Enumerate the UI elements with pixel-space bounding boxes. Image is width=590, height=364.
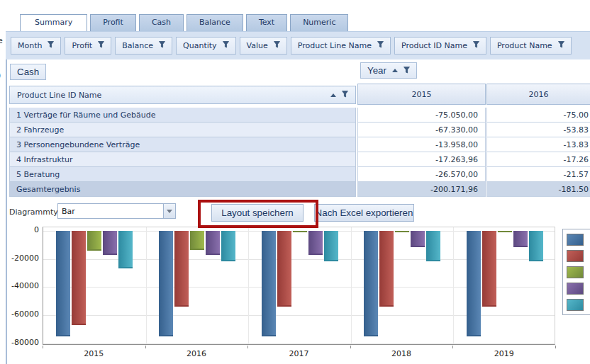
filter-funnel-icon[interactable] (274, 41, 280, 50)
tab-summary[interactable]: Summary (20, 14, 87, 31)
data-cell: -13.958,00 (357, 137, 486, 152)
filter-funnel-icon[interactable] (377, 41, 384, 50)
total-data-cell: -200.171,96 (357, 182, 486, 197)
tab-cash[interactable]: Cash (139, 14, 184, 31)
sort-ascending-icon (330, 93, 336, 97)
filter-field-balance[interactable]: Balance (115, 37, 172, 55)
data-cell: -67.330,00 (357, 123, 486, 137)
filter-field-product-id-name[interactable]: Product ID Name (394, 37, 486, 55)
column-header-2015[interactable]: 2015 (357, 84, 486, 105)
gridline-category-separator (248, 227, 249, 344)
filter-funnel-icon[interactable] (48, 41, 54, 50)
row-header-cell[interactable]: 1 Verträge für Räume und Gebäude (9, 108, 356, 123)
legend-swatch-icon (567, 266, 584, 278)
x-axis-tick-label: 2015 (84, 349, 104, 358)
y-axis-tick-label: -60000 (0, 309, 39, 319)
funnel-icon (48, 41, 54, 48)
y-axis-tick-label: -40000 (0, 281, 39, 291)
row-header-cell[interactable]: 2 Fahrzeuge (9, 123, 356, 137)
filter-funnel-icon[interactable] (558, 41, 564, 50)
filter-funnel-icon[interactable] (403, 65, 410, 76)
x-axis-tick-mark (145, 346, 146, 348)
chart-type-value: Bar (58, 207, 163, 216)
data-field-label: Cash (17, 67, 39, 77)
bar-2018-series-2 (379, 231, 394, 307)
cropped-text-fragment: ) (0, 71, 1, 80)
dropdown-button[interactable] (163, 204, 175, 218)
x-axis-tick-mark (43, 346, 43, 348)
bar-2016-series-2 (174, 231, 189, 307)
filter-funnel-icon[interactable] (98, 41, 104, 50)
y-axis-tick-label: 0 (0, 225, 39, 235)
filter-field-month[interactable]: Month (11, 37, 61, 55)
legend-item-2: 2 F (567, 250, 590, 262)
filter-field-value[interactable]: Value (240, 37, 287, 55)
data-cell: -75.00 (486, 108, 590, 123)
funnel-icon (377, 41, 384, 48)
bar-2015-series-3 (87, 231, 101, 251)
filter-field-product-line-name[interactable]: Product Line Name (291, 37, 391, 55)
legend-item-5: 5 B (567, 299, 590, 311)
gridline-category-separator (453, 227, 454, 344)
cropped-text-fragment: e (0, 36, 3, 45)
filter-funnel-icon[interactable] (223, 41, 229, 50)
tab-numeric[interactable]: Numeric (290, 14, 348, 31)
row-header-cell[interactable]: 3 Personengebundene Verträge (9, 137, 356, 152)
tab-balance[interactable]: Balance (187, 14, 243, 31)
filter-field-label: Product Name (497, 41, 552, 50)
filter-field-label: Balance (122, 41, 153, 50)
filter-field-product-name[interactable]: Product Name (490, 37, 572, 55)
data-cell: -21.57 (486, 167, 590, 182)
filter-funnel-icon[interactable] (473, 41, 479, 50)
filter-field-label: Value (247, 41, 268, 50)
save-layout-button[interactable]: Layout speichern (211, 204, 304, 222)
chart-type-select[interactable]: Bar (57, 203, 176, 219)
data-cell: -53.83 (486, 123, 590, 137)
bar-2017-series-3 (293, 231, 307, 232)
filter-funnel-icon[interactable] (342, 91, 348, 100)
legend-swatch-icon (567, 250, 584, 262)
column-field-year-button[interactable]: Year (360, 62, 417, 79)
bar-2016-series-1 (159, 231, 173, 336)
legend-item-4: 4 I (567, 283, 590, 295)
column-header-2016[interactable]: 2016 (486, 84, 590, 105)
data-cell: -13.83 (486, 137, 590, 152)
x-axis-tick-label: 2016 (187, 349, 206, 358)
row-header-cell[interactable]: 5 Beratung (9, 167, 356, 182)
x-axis-tick-mark (452, 346, 453, 348)
y-axis-tick-label: -20000 (0, 254, 39, 263)
bar-2015-series-5 (118, 231, 133, 268)
bar-2016-series-3 (190, 231, 204, 250)
bar-2018-series-4 (411, 231, 425, 247)
legend-item-3: 3 P (567, 266, 590, 278)
tab-profit[interactable]: Profit (90, 14, 136, 31)
tab-text[interactable]: Text (246, 14, 287, 31)
bar-2017-series-5 (324, 231, 338, 261)
data-cell: -26.570,00 (357, 167, 486, 182)
filter-funnel-icon[interactable] (159, 41, 165, 50)
bar-2016-series-4 (206, 231, 220, 255)
x-axis-tick-label: 2018 (391, 349, 411, 358)
row-header-cell[interactable]: 4 Infrastruktur (9, 152, 356, 167)
filter-field-profit[interactable]: Profit (65, 37, 111, 55)
filter-field-quantity[interactable]: Quantity (176, 37, 236, 55)
x-axis-tick-label: 2019 (494, 349, 514, 358)
funnel-icon (159, 41, 165, 48)
filter-field-label: Month (18, 41, 42, 50)
y-axis-tick-label: -80000 (0, 338, 39, 348)
bar-2018-series-5 (426, 231, 440, 261)
bar-2015-series-1 (56, 231, 70, 336)
export-excel-button[interactable]: Nach Excel exportieren (314, 204, 414, 222)
chart-legend: 1 V2 F3 P4 I5 B (562, 229, 590, 315)
row-field-button[interactable]: Product Line ID Name (9, 86, 356, 104)
bar-2015-series-2 (72, 231, 86, 325)
x-axis-tick-label: 2017 (289, 349, 309, 358)
filter-fields-row: MonthProfitBalanceQuantityValueProduct L… (11, 37, 572, 55)
bar-2018-series-1 (364, 231, 378, 336)
export-excel-label: Nach Excel exportieren (316, 207, 413, 218)
bar-2017-series-2 (277, 231, 291, 307)
data-field-cash-button[interactable]: Cash (10, 64, 46, 80)
filter-field-label: Product Line Name (298, 41, 372, 50)
legend-item-1: 1 V (567, 234, 590, 246)
save-layout-label: Layout speichern (221, 207, 294, 218)
